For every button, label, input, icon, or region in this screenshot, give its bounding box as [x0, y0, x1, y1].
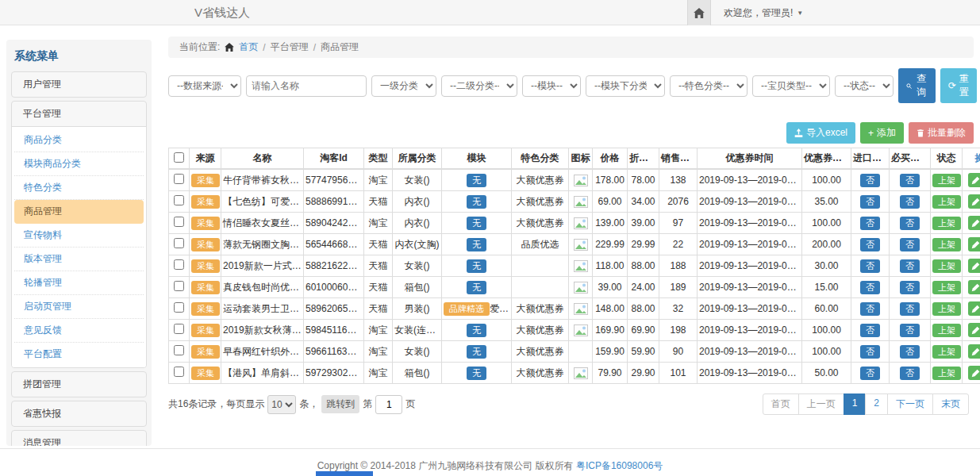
edit-button[interactable] [968, 301, 980, 316]
status-badge[interactable]: 上架 [932, 238, 961, 251]
edit-button[interactable] [968, 194, 980, 209]
status-badge[interactable]: 上架 [932, 367, 961, 380]
status-badge[interactable]: 上架 [932, 217, 961, 230]
filter-select-宝贝类型[interactable]: --宝贝类型-- [752, 75, 830, 97]
row-checkbox[interactable] [174, 302, 184, 313]
sidebar-item-宣传物料[interactable]: 宣传物料 [14, 224, 144, 248]
sidebar-item-特色分类[interactable]: 特色分类 [14, 176, 144, 200]
cell-actions [963, 234, 980, 255]
edit-button[interactable] [968, 173, 980, 187]
filter-select-一级分类[interactable]: 一级分类 [371, 75, 436, 97]
must-buy-toggle[interactable]: 否 [900, 302, 920, 316]
user-menu[interactable]: 欢迎您，管理员! ▼ [724, 6, 803, 20]
select-all-checkbox[interactable] [174, 152, 184, 163]
must-buy-toggle[interactable]: 否 [900, 195, 920, 209]
must-buy-toggle[interactable]: 否 [900, 238, 920, 251]
status-badge[interactable]: 上架 [932, 345, 961, 359]
page-button-末页[interactable]: 末页 [932, 393, 969, 415]
jump-button[interactable]: 跳转到 [321, 395, 359, 413]
import-select-toggle[interactable]: 否 [860, 367, 880, 380]
edit-pencil-icon [971, 198, 980, 206]
import-select-toggle[interactable]: 否 [860, 324, 880, 337]
add-button[interactable]: + 添加 [860, 122, 904, 144]
row-checkbox[interactable] [174, 367, 184, 377]
breadcrumb-item: 商品管理 [321, 40, 359, 54]
edit-button[interactable] [968, 323, 980, 337]
edit-button[interactable] [968, 259, 980, 273]
must-buy-toggle[interactable]: 否 [900, 324, 920, 337]
icp-link[interactable]: 粤ICP备16098006号 [576, 460, 663, 471]
row-checkbox[interactable] [174, 217, 184, 227]
import-select-toggle[interactable]: 否 [860, 217, 880, 230]
filter-select-二级分类[interactable]: --二级分类-- [441, 75, 517, 97]
cell-price: 69.00 [593, 191, 628, 213]
sidebar-item-轮播管理[interactable]: 轮播管理 [14, 271, 144, 295]
sidebar-group-消息管理[interactable]: 消息管理 [12, 431, 146, 446]
page-button-2[interactable]: 2 [865, 393, 888, 415]
per-page-select[interactable]: 10 [267, 395, 296, 414]
reset-button[interactable]: ⟳重置 [940, 68, 977, 103]
must-buy-toggle[interactable]: 否 [900, 217, 920, 230]
import-select-toggle[interactable]: 否 [860, 195, 880, 209]
filter-select-状态[interactable]: --状态-- [835, 75, 894, 97]
row-checkbox[interactable] [174, 238, 184, 248]
row-checkbox[interactable] [174, 324, 184, 334]
edit-button[interactable] [968, 216, 980, 230]
must-buy-toggle[interactable]: 否 [900, 281, 920, 294]
row-checkbox[interactable] [174, 281, 184, 291]
import-select-toggle[interactable]: 否 [860, 302, 880, 316]
status-badge[interactable]: 上架 [932, 174, 961, 187]
row-checkbox[interactable] [174, 174, 184, 184]
status-badge[interactable]: 上架 [932, 281, 961, 294]
filter-select-模块下分类[interactable]: --模块下分类-- [586, 75, 665, 97]
must-buy-toggle[interactable]: 否 [900, 367, 920, 380]
sidebar-item-平台配置[interactable]: 平台配置 [14, 343, 144, 366]
sidebar-group-用户管理[interactable]: 用户管理 [12, 72, 146, 97]
sidebar-item-版本管理[interactable]: 版本管理 [14, 248, 144, 271]
name-search-input[interactable] [246, 75, 367, 97]
page-button-下一页[interactable]: 下一页 [887, 393, 933, 415]
sidebar-item-商品分类[interactable]: 商品分类 [14, 129, 144, 152]
row-checkbox[interactable] [174, 345, 184, 355]
must-buy-toggle[interactable]: 否 [900, 174, 920, 187]
must-buy-toggle[interactable]: 否 [900, 259, 920, 273]
row-checkbox[interactable] [174, 259, 184, 270]
sidebar-item-意见反馈[interactable]: 意见反馈 [14, 319, 144, 343]
row-checkbox[interactable] [174, 195, 184, 205]
filter-select-模块[interactable]: --模块-- [522, 75, 581, 97]
home-button[interactable] [687, 0, 711, 25]
import-select-toggle[interactable]: 否 [860, 281, 880, 294]
breadcrumb-home-link[interactable]: 首页 [239, 40, 258, 54]
edit-button[interactable] [968, 237, 980, 251]
breadcrumb-label: 当前位置: [179, 40, 220, 54]
filter-select-数据来源[interactable]: --数据来源-- [168, 75, 241, 97]
status-badge[interactable]: 上架 [932, 195, 961, 209]
cell-module: 品牌精选爱上运动 [442, 298, 512, 320]
sidebar-item-商品管理[interactable]: 商品管理 [14, 200, 144, 224]
page-number-input[interactable] [375, 395, 402, 414]
sidebar-item-模块商品分类[interactable]: 模块商品分类 [14, 152, 144, 176]
must-buy-toggle[interactable]: 否 [900, 345, 920, 359]
column-header-优惠券时间: 优惠券时间 [698, 148, 802, 170]
edit-button[interactable] [968, 366, 980, 380]
import-excel-button[interactable]: 导入excel [786, 122, 855, 144]
import-select-toggle[interactable]: 否 [860, 345, 880, 359]
cell-actions [963, 341, 980, 363]
status-badge[interactable]: 上架 [932, 259, 961, 273]
sidebar-group-平台管理[interactable]: 平台管理 [12, 102, 146, 126]
search-button[interactable]: 查询 [898, 68, 936, 103]
cell-must-buy: 否 [890, 320, 931, 341]
import-select-toggle[interactable]: 否 [860, 238, 880, 251]
sidebar-group-拼团管理[interactable]: 拼团管理 [12, 372, 146, 397]
sidebar-group-省惠快报[interactable]: 省惠快报 [12, 401, 146, 426]
page-button-1[interactable]: 1 [844, 393, 867, 415]
edit-button[interactable] [968, 344, 980, 359]
status-badge[interactable]: 上架 [932, 324, 961, 337]
edit-button[interactable] [968, 280, 980, 294]
import-select-toggle[interactable]: 否 [860, 174, 880, 187]
filter-select-特色分类[interactable]: --特色分类-- [670, 75, 747, 97]
import-select-toggle[interactable]: 否 [860, 259, 880, 273]
sidebar-item-启动页管理[interactable]: 启动页管理 [14, 295, 144, 319]
batch-delete-button[interactable]: 批量删除 [909, 122, 974, 144]
status-badge[interactable]: 上架 [932, 302, 961, 316]
